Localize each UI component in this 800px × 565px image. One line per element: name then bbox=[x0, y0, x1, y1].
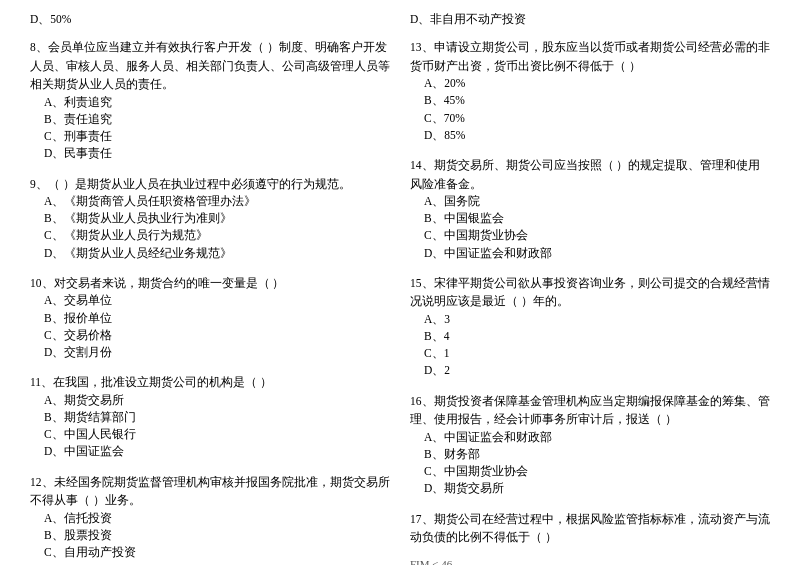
q16-option-c: C、中国期货业协会 bbox=[410, 463, 770, 480]
q13-option-a: A、20% bbox=[410, 75, 770, 92]
q11-option-c: C、中国人民银行 bbox=[30, 426, 390, 443]
q15-option-c: C、1 bbox=[410, 345, 770, 362]
q12-option-b: B、股票投资 bbox=[30, 527, 390, 544]
question-17: 17、期货公司在经营过程中，根据风险监管指标标准，流动资产与流动负债的比例不得低… bbox=[410, 510, 770, 547]
question-10-text: 10、对交易者来说，期货合约的唯一变量是（ ） bbox=[30, 274, 390, 292]
q13-option-d: D、85% bbox=[410, 127, 770, 144]
right-column: D、非自用不动产投资 13、申请设立期货公司，股东应当以货币或者期货公司经营必需… bbox=[410, 10, 770, 565]
q11-option-a: A、期货交易所 bbox=[30, 392, 390, 409]
q13-option-c: C、70% bbox=[410, 110, 770, 127]
option-d-right-top: D、非自用不动产投资 bbox=[410, 10, 770, 28]
q10-option-a: A、交易单位 bbox=[30, 292, 390, 309]
question-15-text: 15、宋律平期货公司欲从事投资咨询业务，则公司提交的合规经营情况说明应该是最近（… bbox=[410, 274, 770, 311]
q16-option-a: A、中国证监会和财政部 bbox=[410, 429, 770, 446]
question-8: 8、会员单位应当建立并有效执行客户开发（ ）制度、明确客户开发人员、审核人员、服… bbox=[30, 38, 390, 162]
q8-option-c: C、刑事责任 bbox=[30, 128, 390, 145]
q10-option-b: B、报价单位 bbox=[30, 310, 390, 327]
question-14-text: 14、期货交易所、期货公司应当按照（ ）的规定提取、管理和使用风险准备金。 bbox=[410, 156, 770, 193]
q9-option-a: A、《期货商管人员任职资格管理办法》 bbox=[30, 193, 390, 210]
q15-option-a: A、3 bbox=[410, 311, 770, 328]
q9-option-b: B、《期货从业人员执业行为准则》 bbox=[30, 210, 390, 227]
question-15: 15、宋律平期货公司欲从事投资咨询业务，则公司提交的合规经营情况说明应该是最近（… bbox=[410, 274, 770, 380]
q8-option-d: D、民事责任 bbox=[30, 145, 390, 162]
q15-option-d: D、2 bbox=[410, 362, 770, 379]
q8-option-a: A、利责追究 bbox=[30, 94, 390, 111]
question-9: 9、（ ）是期货从业人员在执业过程中必须遵守的行为规范。 A、《期货商管人员任职… bbox=[30, 175, 390, 262]
q14-option-a: A、国务院 bbox=[410, 193, 770, 210]
option-d-top-text: D、50% bbox=[30, 13, 71, 25]
q12-option-a: A、信托投资 bbox=[30, 510, 390, 527]
question-16-text: 16、期货投资者保障基金管理机构应当定期编报保障基金的筹集、管理、使用报告，经会… bbox=[410, 392, 770, 429]
q9-option-d: D、《期货从业人员经纪业务规范》 bbox=[30, 245, 390, 262]
page-content: D、50% 8、会员单位应当建立并有效执行客户开发（ ）制度、明确客户开发人员、… bbox=[30, 10, 770, 565]
option-d-top: D、50% bbox=[30, 10, 390, 28]
question-12: 12、未经国务院期货监督管理机构审核并报国务院批准，期货交易所不得从事（ ）业务… bbox=[30, 473, 390, 562]
question-8-text: 8、会员单位应当建立并有效执行客户开发（ ）制度、明确客户开发人员、审核人员、服… bbox=[30, 38, 390, 93]
question-11: 11、在我国，批准设立期货公司的机构是（ ） A、期货交易所 B、期货结算部门 … bbox=[30, 373, 390, 460]
question-16: 16、期货投资者保障基金管理机构应当定期编报保障基金的筹集、管理、使用报告，经会… bbox=[410, 392, 770, 498]
q12-option-c: C、自用动产投资 bbox=[30, 544, 390, 561]
q14-option-c: C、中国期货业协会 bbox=[410, 227, 770, 244]
q15-option-b: B、4 bbox=[410, 328, 770, 345]
question-10: 10、对交易者来说，期货合约的唯一变量是（ ） A、交易单位 B、报价单位 C、… bbox=[30, 274, 390, 361]
q13-option-b: B、45% bbox=[410, 92, 770, 109]
fim-marker: FIM < 46 bbox=[410, 558, 770, 565]
q10-option-c: C、交易价格 bbox=[30, 327, 390, 344]
question-13-text: 13、申请设立期货公司，股东应当以货币或者期货公司经营必需的非货币财产出资，货币… bbox=[410, 38, 770, 75]
q8-option-b: B、责任追究 bbox=[30, 111, 390, 128]
question-14: 14、期货交易所、期货公司应当按照（ ）的规定提取、管理和使用风险准备金。 A、… bbox=[410, 156, 770, 262]
q14-option-b: B、中国银监会 bbox=[410, 210, 770, 227]
left-column: D、50% 8、会员单位应当建立并有效执行客户开发（ ）制度、明确客户开发人员、… bbox=[30, 10, 390, 565]
q10-option-d: D、交割月份 bbox=[30, 344, 390, 361]
q14-option-d: D、中国证监会和财政部 bbox=[410, 245, 770, 262]
q16-option-d: D、期货交易所 bbox=[410, 480, 770, 497]
question-13: 13、申请设立期货公司，股东应当以货币或者期货公司经营必需的非货币财产出资，货币… bbox=[410, 38, 770, 144]
q16-option-b: B、财务部 bbox=[410, 446, 770, 463]
question-9-text: 9、（ ）是期货从业人员在执业过程中必须遵守的行为规范。 bbox=[30, 175, 390, 193]
q11-option-b: B、期货结算部门 bbox=[30, 409, 390, 426]
q9-option-c: C、《期货从业人员行为规范》 bbox=[30, 227, 390, 244]
question-12-text: 12、未经国务院期货监督管理机构审核并报国务院批准，期货交易所不得从事（ ）业务… bbox=[30, 473, 390, 510]
option-d-right-text: D、非自用不动产投资 bbox=[410, 13, 526, 25]
q11-option-d: D、中国证监会 bbox=[30, 443, 390, 460]
question-17-text: 17、期货公司在经营过程中，根据风险监管指标标准，流动资产与流动负债的比例不得低… bbox=[410, 510, 770, 547]
question-11-text: 11、在我国，批准设立期货公司的机构是（ ） bbox=[30, 373, 390, 391]
